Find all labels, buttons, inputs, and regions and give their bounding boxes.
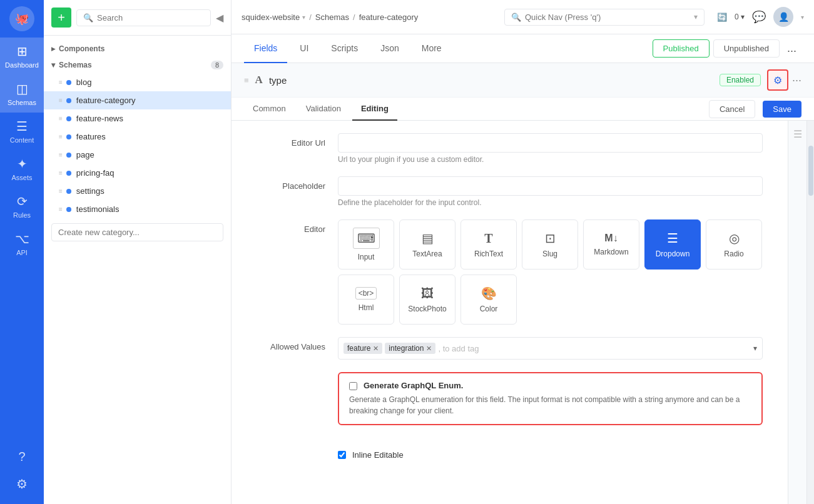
editor-option-richtext-label: RichText [474,249,503,258]
schemas-section-header[interactable]: ▾ Schemas 8 [44,57,231,73]
sidebar-item-features[interactable]: ≡ features [44,128,231,146]
nav-item-api[interactable]: ⌥ API [0,225,44,263]
nav-item-settings[interactable]: ⚙ [0,470,44,498]
breadcrumb-schema-name: feature-category [359,13,419,22]
quick-nav: 🔍 ▾ [504,9,705,26]
sidebar-item-settings[interactable]: ≡ settings [44,182,231,200]
quick-nav-input[interactable] [525,13,690,22]
editor-url-field: Url to your plugin if you use a custom e… [338,133,763,164]
graphql-checkbox-label[interactable]: Generate GraphQL Enum. [364,381,463,390]
inline-editable-checkbox[interactable] [338,451,346,459]
editor-label: Editor [257,219,325,234]
create-category-input[interactable] [51,223,223,241]
nav-item-help[interactable]: ? [0,443,44,470]
sidebar-item-testimonials[interactable]: ≡ testimonials [44,200,231,218]
nav-bar: 🐙 ⊞ Dashboard ◫ Schemas ☰ Content ✦ Asse… [0,0,44,504]
nav-item-schemas[interactable]: ◫ Schemas [0,75,44,113]
sub-tab-validation[interactable]: Validation [297,98,350,121]
tag-integration-remove[interactable]: ✕ [426,345,432,353]
drag-handle-icon: ≡ [59,151,63,158]
schema-dot-features [66,134,71,139]
form-group-graphql: Generate GraphQL Enum. Generate a GraphQ… [257,372,763,435]
drag-handle-icon: ≡ [59,169,63,176]
sidebar-item-feature-news[interactable]: ≡ feature-news [44,109,231,128]
tag-caret-icon: ▾ [753,344,757,353]
avatar-dropdown-icon: ▾ [801,14,804,21]
sub-tab-editing[interactable]: Editing [352,98,397,121]
search-input[interactable] [97,13,204,23]
components-caret-icon: ▸ [51,44,55,53]
editor-url-label: Editor Url [257,133,325,148]
tab-ui[interactable]: UI [290,34,318,63]
tab-more[interactable]: More [412,34,452,63]
sidebar-item-feature-category[interactable]: ≡ feature-category [44,91,231,109]
field-settings-button[interactable]: ⚙ [767,69,788,91]
content-icon: ☰ [16,119,28,134]
tab-json[interactable]: Json [370,34,409,63]
placeholder-input[interactable] [338,176,763,196]
breadcrumb-schemas[interactable]: Schemas [315,13,349,22]
breadcrumb-dropdown-icon: ▾ [302,14,305,21]
editor-option-html[interactable]: <br> Html [338,275,394,325]
update-icon[interactable]: 🔄 [717,13,727,22]
save-button[interactable]: Save [763,101,801,118]
editor-option-markdown[interactable]: M↓ Markdown [583,219,639,270]
tag-feature-remove[interactable]: ✕ [373,345,379,353]
avatar[interactable]: 👤 [773,7,793,27]
nav-item-content[interactable]: ☰ Content [0,113,44,150]
editor-option-stockphoto[interactable]: 🖼 StockPhoto [399,275,455,325]
messages-icon[interactable]: 💬 [752,10,766,24]
editor-option-dropdown[interactable]: ☰ Dropdown [644,219,701,270]
allowed-values-field: feature ✕ integration ✕ , to add tag ▾ [338,337,763,360]
graphql-checkbox[interactable] [349,382,357,390]
search-box: 🔍 [76,9,211,26]
schema-dot-settings [66,189,71,194]
breadcrumb-app[interactable]: squidex-website ▾ [242,13,305,22]
main-scrollbar [806,121,814,504]
scrollbar-thumb[interactable] [808,146,813,196]
editor-option-color[interactable]: 🎨 Color [460,275,517,325]
unpublished-button[interactable]: Unpublished [713,39,780,58]
schema-dot-testimonials [66,207,71,212]
sidebar-item-pricing-faq[interactable]: ≡ pricing-faq [44,164,231,182]
schemas-label: Schemas [59,61,92,69]
components-section[interactable]: ▸ Components [44,41,231,57]
app-logo[interactable]: 🐙 [9,6,34,31]
allowed-values-label: Allowed Values [257,337,325,351]
top-bar: squidex-website ▾ / Schemas / feature-ca… [231,0,814,34]
sidebar-item-page[interactable]: ≡ page [44,146,231,164]
placeholder-hint: Define the placeholder for the input con… [338,198,763,207]
more-options-button[interactable]: ... [782,39,801,58]
editor-option-color-label: Color [480,305,498,313]
editor-option-input[interactable]: ⌨ Input [338,219,394,270]
published-button[interactable]: Published [653,39,710,58]
inline-editable-row: Inline Editable [338,448,763,460]
nav-item-assets[interactable]: ✦ Assets [0,150,44,188]
editor-option-slug[interactable]: ⊡ Slug [522,219,578,270]
sidebar-item-blog[interactable]: ≡ blog [44,73,231,91]
editor-url-input[interactable] [338,133,763,153]
tag-feature-label: feature [347,344,370,353]
radio-editor-icon: ◎ [729,231,740,246]
tags-input[interactable]: feature ✕ integration ✕ , to add tag ▾ [338,337,763,360]
drag-handle-icon: ≡ [59,97,63,104]
sidebar-content: ▸ Components ▾ Schemas 8 ≡ blog ≡ featur… [44,36,231,504]
cancel-button[interactable]: Cancel [709,100,755,118]
schemas-count-badge: 8 [211,61,223,69]
schema-dot-feature-news [66,116,71,121]
editor-option-radio[interactable]: ◎ Radio [706,219,762,270]
nav-item-rules[interactable]: ⟳ Rules [0,188,44,225]
field-more-button[interactable]: ··· [792,74,801,87]
sub-tab-common[interactable]: Common [244,98,295,121]
nav-label-rules: Rules [13,211,31,219]
editor-option-richtext[interactable]: T RichText [460,219,517,270]
nav-label-assets: Assets [11,174,32,181]
tab-scripts[interactable]: Scripts [321,34,368,63]
inline-editable-label[interactable]: Inline Editable [352,450,404,460]
nav-item-dashboard[interactable]: ⊞ Dashboard [0,38,44,75]
editor-option-textarea[interactable]: ▤ TextArea [399,219,455,270]
collapse-sidebar-button[interactable]: ◀ [216,12,223,24]
add-schema-button[interactable]: + [51,8,71,28]
tab-fields[interactable]: Fields [244,34,287,63]
editor-option-slug-label: Slug [542,249,557,258]
